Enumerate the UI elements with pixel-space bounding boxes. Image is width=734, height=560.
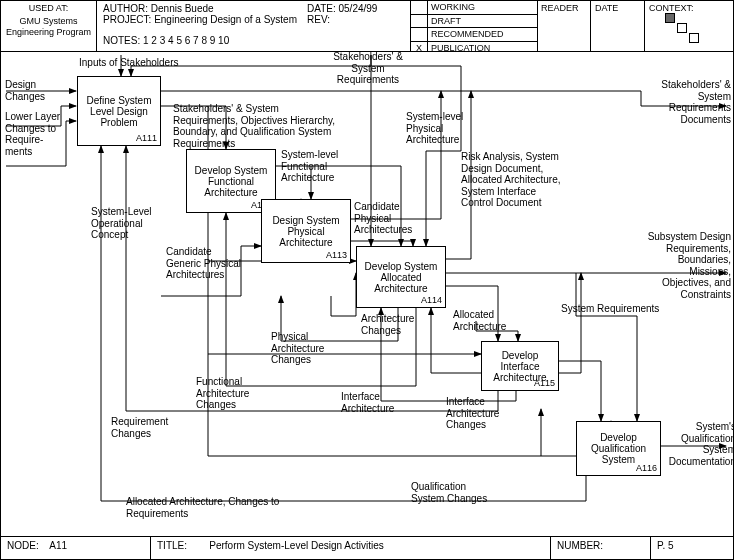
status-column: WORKING DRAFT RECOMMENDED PUBLICATION — [427, 1, 538, 51]
notes-value: 1 2 3 4 5 6 7 8 9 10 — [143, 35, 229, 46]
box-a114-title: Develop System Allocated Architecture — [359, 261, 443, 294]
box-a111-title: Define System Level Design Problem — [80, 95, 158, 128]
status-mark-column: X — [411, 1, 428, 51]
box-a115: Develop Interface Architecture A115 — [481, 341, 559, 391]
lbl-fac: Functional Architecture Changes — [196, 376, 276, 411]
lbl-iac: Interface Architecture Changes — [446, 396, 526, 431]
box-a112-title: Develop System Functional Architecture — [189, 165, 273, 198]
lbl-slfa: System-level Functional Architecture — [281, 149, 361, 184]
project-value: Engineering Design of a System — [154, 14, 297, 25]
project-label: PROJECT: — [103, 14, 151, 25]
header: USED AT: GMU Systems Engineering Program… — [1, 1, 733, 52]
lbl-alloc-arch: Allocated Architecture — [453, 309, 523, 332]
author-project-cell: AUTHOR: Dennis Buede DATE: 05/24/99 PROJ… — [97, 1, 411, 51]
node-label: NODE: — [7, 540, 39, 551]
node-value: A11 — [49, 540, 67, 551]
status-working: WORKING — [427, 1, 537, 15]
box-a113: Design System Physical Architecture A113 — [261, 199, 351, 263]
title-value: Perform System-Level Design Activities — [209, 540, 384, 551]
context-box-1 — [665, 13, 675, 23]
reader-label: READER — [541, 3, 579, 13]
used-at-cell: USED AT: GMU Systems Engineering Program — [1, 1, 97, 51]
number-label: NUMBER: — [557, 540, 603, 551]
box-a114-id: A114 — [421, 296, 442, 306]
idef0-page: USED AT: GMU Systems Engineering Program… — [0, 0, 734, 560]
reader-cell: READER — [537, 1, 591, 51]
context-label: CONTEXT: — [649, 3, 694, 13]
footer: NODE: A11 TITLE: Perform System-Level De… — [1, 536, 733, 559]
lbl-design-changes: Design Changes — [5, 79, 55, 102]
context-box-2 — [677, 23, 687, 33]
footer-page: P. 5 — [651, 537, 733, 559]
lbl-risk: Risk Analysis, System Design Document, A… — [461, 151, 571, 209]
lbl-srsr-obj: Stakeholders' & System Requirements, Obj… — [173, 103, 343, 149]
lbl-slpa: System-level Physical Architecture — [406, 111, 486, 146]
notes-label: NOTES: — [103, 35, 140, 46]
lbl-req-changes: Requirement Changes — [111, 416, 191, 439]
used-at-value: GMU Systems Engineering Program — [1, 16, 96, 38]
footer-title: TITLE: Perform System-Level Design Activ… — [151, 537, 551, 559]
box-a111-id: A111 — [136, 134, 157, 144]
footer-number: NUMBER: — [551, 537, 651, 559]
lbl-ac: Architecture Changes — [361, 313, 431, 336]
date-value: 05/24/99 — [339, 3, 378, 14]
lbl-sloc: System-Level Operational Concept — [91, 206, 171, 241]
footer-node: NODE: A11 — [1, 537, 151, 559]
status-recommended: RECOMMENDED — [427, 28, 537, 42]
diagram-canvas: Define System Level Design Problem A111 … — [1, 51, 733, 537]
context-cell: CONTEXT: — [645, 1, 733, 51]
box-a115-id: A115 — [534, 379, 555, 389]
rev-label: REV: — [307, 14, 330, 25]
box-a111: Define System Level Design Problem A111 — [77, 76, 161, 146]
lbl-srsr-out: Stakeholders' & System Requirements Docu… — [641, 79, 731, 125]
lbl-lower-layer: Lower Layer Changes to Require- ments — [5, 111, 65, 157]
used-at-label: USED AT: — [1, 3, 96, 14]
page-value: 5 — [668, 540, 674, 551]
lbl-inputs-stakeholders: Inputs of Stakeholders — [79, 57, 179, 69]
date-col-label: DATE — [595, 3, 618, 13]
author-label: AUTHOR: — [103, 3, 148, 14]
date-col-cell: DATE — [591, 1, 645, 51]
date-label: DATE: — [307, 3, 336, 14]
lbl-pac: Physical Architecture Changes — [271, 331, 351, 366]
lbl-sys-req: System Requirements — [561, 303, 661, 315]
lbl-qsc: Qualification System Changes — [411, 481, 491, 504]
box-a113-title: Design System Physical Architecture — [264, 215, 348, 248]
lbl-srsr: Stakeholders' & System Requirements — [323, 51, 413, 86]
lbl-aacr: Allocated Architecture, Changes to Requi… — [126, 496, 286, 519]
box-a113-id: A113 — [326, 251, 347, 261]
lbl-cpa: Candidate Physical Architectures — [354, 201, 434, 236]
context-box-3 — [689, 33, 699, 43]
title-label: TITLE: — [157, 540, 187, 551]
page-label: P. — [657, 540, 665, 551]
status-draft: DRAFT — [427, 15, 537, 29]
author-value: Dennis Buede — [151, 3, 214, 14]
lbl-sysqual-out: System's Qualification System Documentat… — [646, 421, 734, 467]
lbl-cgpa: Candidate Generic Physical Architectures — [166, 246, 246, 281]
lbl-subs-out: Subsystem Design Requirements, Boundarie… — [641, 231, 731, 300]
box-a114: Develop System Allocated Architecture A1… — [356, 246, 446, 308]
lbl-ia: Interface Architecture — [341, 391, 421, 414]
